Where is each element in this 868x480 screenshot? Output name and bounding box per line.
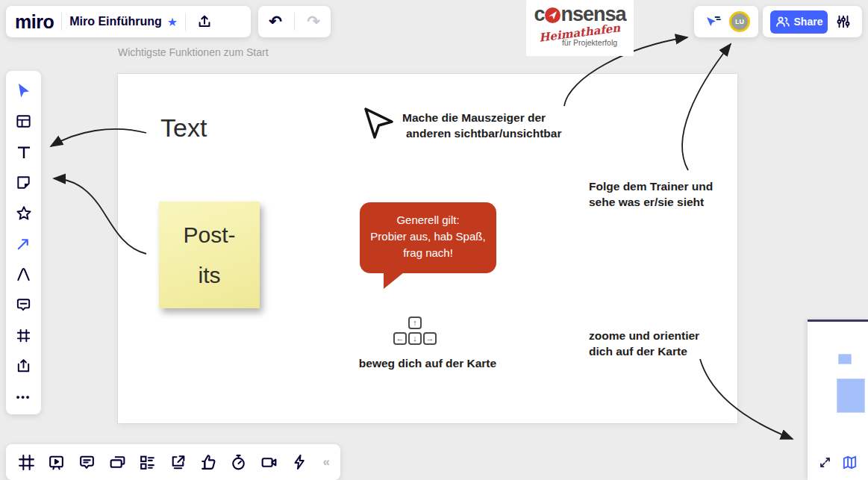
key-left-icon: ← [393,332,407,345]
divider [185,13,186,31]
sticky-line-2: its [199,255,221,296]
caption-line: zoome und orientier [589,328,699,343]
key-down-icon: ↓ [408,332,422,345]
left-toolbar: ••• [6,71,41,414]
caption-move-map[interactable]: beweg dich auf der Karte [358,355,497,371]
share-label: Share [794,16,823,28]
avatar[interactable]: LU [729,11,750,32]
header-undo-card: ↶ ↷ [258,6,331,37]
minimap-object [838,354,852,364]
more-tools[interactable]: ••• [14,387,34,406]
frame-tool[interactable] [14,326,34,345]
frame-title[interactable]: Wichtigste Funktionen zum Start [118,46,269,58]
caption-line: Mache die Mauszeiger der [402,110,561,125]
select-tool[interactable] [14,81,34,100]
caption-follow-trainer[interactable]: Folge dem Trainer und sehe was er/sie si… [589,178,713,210]
caption-cursor-visibility[interactable]: Mache die Mauszeiger der anderen sichtba… [402,110,561,141]
undo-button[interactable]: ↶ [264,10,287,33]
text-tool[interactable] [14,143,34,161]
bottom-toolbar: « [6,444,340,480]
minimap-expand-icon[interactable] [818,455,832,473]
board-text-widget[interactable]: Text [160,113,207,143]
cursor-visibility-button[interactable] [702,10,725,33]
bubble-line-2: Probier aus, hab Spaß, [360,228,496,245]
shapes-tool[interactable] [14,204,34,222]
miro-logo[interactable]: miro [15,11,54,33]
arrow-keys-illustration: ↑ ← ↓ → [393,317,438,348]
upload-tool[interactable] [14,357,34,375]
chat-button[interactable] [107,451,128,473]
brand-logo-card: c nsensa Heimathafen für Projekterfolg [526,0,634,56]
settings-sliders-icon[interactable] [832,10,855,33]
header-share-card: Share [763,6,862,37]
caption-line: sehe was er/sie sieht [589,194,713,210]
minimap-panel[interactable] [808,320,868,480]
key-up-icon: ↑ [408,317,422,329]
brand-name-left: c [534,4,544,25]
caption-zoom-map[interactable]: zoome und orientier dich auf der Karte [589,328,699,359]
pen-tool[interactable] [14,265,34,284]
sticky-note-tool[interactable] [14,173,34,192]
export-button[interactable] [193,10,216,33]
frames-panel-button[interactable] [16,451,37,473]
board-title[interactable]: Miro Einführung [69,15,162,28]
bubble-tail [384,272,404,289]
comments-panel-button[interactable] [77,451,97,473]
favorite-star-icon[interactable]: ★ [167,15,178,29]
divider [61,13,62,31]
header-board-card: miro Miro Einführung ★ [6,6,251,37]
speech-bubble-widget[interactable]: Generell gilt: Probier aus, hab Spaß, fr… [360,202,496,273]
connector-tool[interactable] [14,234,34,253]
minimap-object [837,378,865,413]
bubble-line-1: Generell gilt: [360,212,496,228]
key-right-icon: → [423,332,437,345]
bubble-line-3: frag nach! [360,245,496,261]
caption-line: Folge dem Trainer und [589,178,713,194]
quick-actions-button[interactable] [290,451,310,473]
minimap-map-icon[interactable] [841,454,858,474]
sticky-line-1: Post- [183,215,235,255]
video-chat-button[interactable] [259,451,279,473]
divider [294,13,295,31]
collapse-toolbar-button[interactable]: « [323,455,330,470]
timer-button[interactable] [229,451,249,473]
presentation-button[interactable] [47,451,67,473]
redo-button[interactable]: ↷ [302,10,325,33]
sticky-note-widget[interactable]: Post- its [159,202,260,308]
cards-button[interactable] [138,451,158,473]
share-screen-button[interactable] [168,451,188,473]
share-button[interactable]: Share [770,10,828,34]
header-presence-card: LU [694,6,758,37]
brand-o-icon [545,7,561,23]
caption-line: anderen sichtbar/unsichtbar [406,125,561,141]
reactions-button[interactable] [199,451,219,473]
mouse-pointer-icon [363,106,396,146]
templates-tool[interactable] [14,112,34,131]
caption-line: dich auf der Karte [589,343,699,359]
comment-tool[interactable] [14,296,34,314]
